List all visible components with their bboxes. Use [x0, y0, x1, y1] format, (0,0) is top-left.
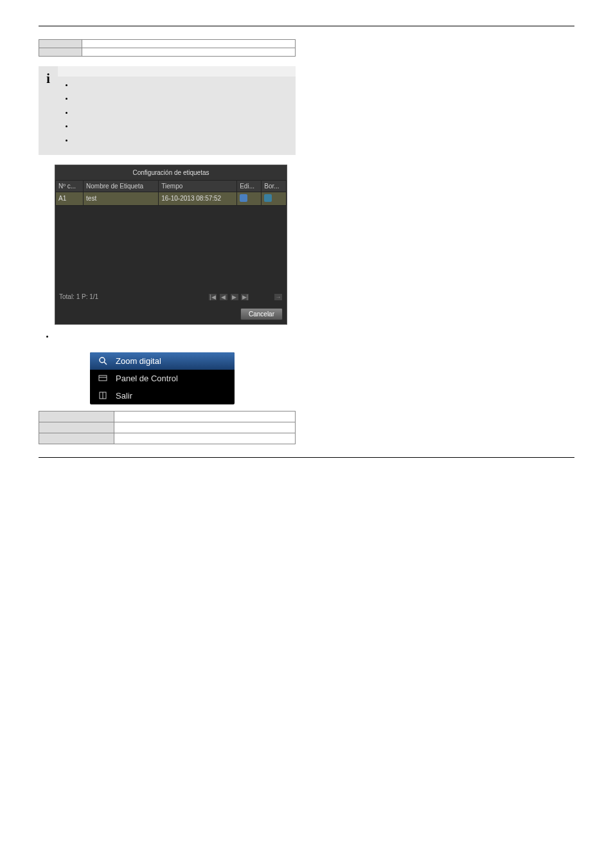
tag-window-title: Configuración de etiquetas: [55, 165, 287, 180]
context-desc-2-1: [39, 422, 114, 433]
top-table-cell-1-1: [39, 40, 82, 48]
tag-row[interactable]: A1 test 16-10-2013 08:57:52: [56, 192, 287, 205]
control-panel-icon: [96, 374, 109, 383]
tag-col-name[interactable]: Nombre de Etiqueta: [84, 180, 159, 192]
context-item-panel[interactable]: Panel de Control: [90, 370, 235, 387]
tag-col-num[interactable]: Nº c...: [56, 180, 84, 192]
page-go-button[interactable]: →: [274, 294, 282, 300]
context-desc-1-2: [114, 411, 296, 422]
info-icon: i: [39, 66, 58, 155]
top-table-cell-2-2: [82, 48, 296, 57]
tag-table: Nº c... Nombre de Etiqueta Tiempo Edi...…: [55, 180, 287, 206]
top-table-cell-1-2: [82, 40, 296, 48]
note-bullet: [74, 121, 292, 131]
tag-paging: |◀ ◀ ▶ ▶| →: [208, 293, 283, 300]
note-bullet: [74, 80, 292, 89]
tag-config-window: Configuración de etiquetas Nº c... Nombr…: [55, 165, 287, 325]
cancel-button[interactable]: Cancelar: [240, 308, 283, 320]
svg-line-1: [104, 362, 107, 365]
tag-col-delete[interactable]: Bor...: [262, 180, 287, 192]
note-bullet: [74, 107, 292, 117]
tag-footer: Total: 1 P: 1/1 |◀ ◀ ▶ ▶| →: [55, 289, 287, 304]
page-last-button[interactable]: ▶|: [241, 294, 249, 300]
info-note: i: [39, 66, 296, 155]
top-table-cell-2-1: [39, 48, 82, 57]
context-desc-3-2: [114, 433, 296, 444]
context-item-zoom[interactable]: Zoom digital: [90, 352, 235, 370]
tag-row-edit[interactable]: [237, 192, 262, 205]
note-header: [58, 66, 296, 77]
context-item-label: Panel de Control: [116, 374, 178, 383]
svg-point-0: [100, 357, 105, 363]
tag-row-name: test: [84, 192, 159, 205]
tag-row-delete[interactable]: [262, 192, 287, 205]
zoom-icon: [96, 356, 109, 365]
outer-bullet: [55, 332, 574, 339]
context-menu: Zoom digital Panel de Control Salir: [90, 352, 235, 404]
tag-empty-area: [55, 206, 287, 289]
top-table: [39, 39, 296, 57]
context-item-label: Zoom digital: [116, 356, 161, 366]
edit-icon[interactable]: [240, 194, 247, 202]
top-horizontal-rule: [39, 26, 574, 26]
delete-icon[interactable]: [264, 194, 272, 202]
note-bullet-list: [58, 77, 296, 155]
page-first-button[interactable]: |◀: [209, 294, 217, 300]
tag-col-time[interactable]: Tiempo: [159, 180, 237, 192]
note-bullet: [74, 93, 292, 103]
note-bullet: [74, 135, 292, 145]
svg-rect-2: [99, 375, 107, 381]
outer-bullet-list: [39, 332, 574, 339]
context-desc-table: [39, 411, 296, 444]
context-item-label: Salir: [116, 391, 132, 401]
context-desc-1-1: [39, 411, 114, 422]
tag-col-edit[interactable]: Edi...: [237, 180, 262, 192]
page-prev-button[interactable]: ◀: [220, 294, 227, 300]
tag-row-num: A1: [56, 192, 84, 205]
context-item-exit[interactable]: Salir: [90, 387, 235, 404]
tag-total-label: Total: 1 P: 1/1: [59, 293, 98, 300]
exit-icon: [96, 391, 109, 400]
bottom-horizontal-rule: [39, 457, 574, 458]
tag-row-time: 16-10-2013 08:57:52: [159, 192, 237, 205]
context-desc-3-1: [39, 433, 114, 444]
context-desc-2-2: [114, 422, 296, 433]
page-next-button[interactable]: ▶: [231, 294, 238, 300]
